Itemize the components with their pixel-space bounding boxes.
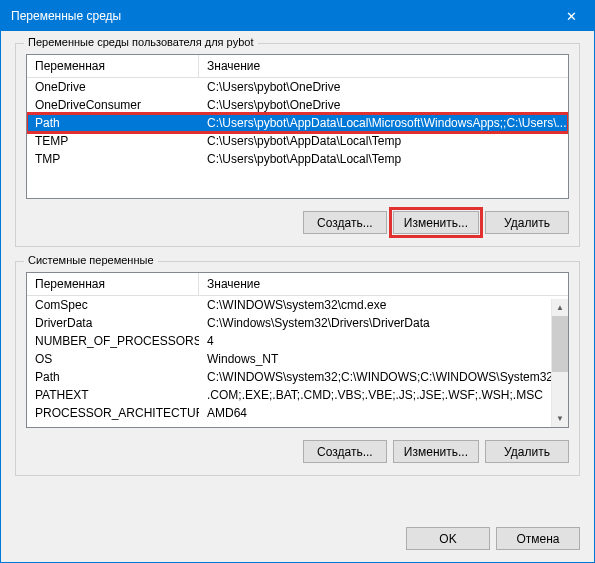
user-edit-button[interactable]: Изменить...: [393, 211, 479, 234]
cell-value: C:\Users\pybot\AppData\Local\Microsoft\W…: [199, 116, 568, 130]
user-new-button[interactable]: Создать...: [303, 211, 387, 234]
system-scrollbar[interactable]: ▲ ▼: [551, 299, 568, 427]
scrollbar-down-icon[interactable]: ▼: [552, 410, 568, 427]
cell-value: C:\Users\pybot\AppData\Local\Temp: [199, 152, 568, 166]
window-title: Переменные среды: [11, 9, 549, 23]
cell-name: PROCESSOR_ARCHITECTURE: [27, 406, 199, 420]
titlebar[interactable]: Переменные среды ✕: [1, 1, 594, 31]
table-row[interactable]: DriverDataC:\Windows\System32\Drivers\Dr…: [27, 314, 568, 332]
user-buttons: Создать... Изменить... Удалить: [26, 211, 569, 234]
cell-value: C:\Users\pybot\OneDrive: [199, 98, 568, 112]
table-row[interactable]: TEMPC:\Users\pybot\AppData\Local\Temp: [27, 132, 568, 150]
cell-name: OneDrive: [27, 80, 199, 94]
cell-name: OS: [27, 352, 199, 366]
cell-value: AMD64: [199, 406, 568, 420]
user-list-header[interactable]: Переменная Значение: [27, 55, 568, 78]
cell-value: C:\Users\pybot\OneDrive: [199, 80, 568, 94]
table-row[interactable]: PATHEXT.COM;.EXE;.BAT;.CMD;.VBS;.VBE;.JS…: [27, 386, 568, 404]
cell-value: C:\Users\pybot\AppData\Local\Temp: [199, 134, 568, 148]
system-group-label: Системные переменные: [24, 254, 158, 266]
user-list-body: OneDriveC:\Users\pybot\OneDriveOneDriveC…: [27, 78, 568, 168]
cell-value: C:\Windows\System32\Drivers\DriverData: [199, 316, 568, 330]
table-row[interactable]: PathC:\WINDOWS\system32;C:\WINDOWS;C:\WI…: [27, 368, 568, 386]
scrollbar-track[interactable]: [552, 316, 568, 410]
table-row[interactable]: OSWindows_NT: [27, 350, 568, 368]
scrollbar-up-icon[interactable]: ▲: [552, 299, 568, 316]
cell-name: Path: [27, 370, 199, 384]
scrollbar-thumb[interactable]: [552, 316, 568, 372]
system-variables-group: Системные переменные Переменная Значение…: [15, 261, 580, 476]
env-vars-dialog: Переменные среды ✕ Переменные среды поль…: [0, 0, 595, 563]
user-variables-group: Переменные среды пользователя для pybot …: [15, 43, 580, 247]
system-edit-button[interactable]: Изменить...: [393, 440, 479, 463]
cell-name: PATHEXT: [27, 388, 199, 402]
cell-name: DriverData: [27, 316, 199, 330]
table-row[interactable]: ComSpecC:\WINDOWS\system32\cmd.exe: [27, 296, 568, 314]
table-row[interactable]: NUMBER_OF_PROCESSORS4: [27, 332, 568, 350]
table-row[interactable]: OneDriveC:\Users\pybot\OneDrive: [27, 78, 568, 96]
content-area: Переменные среды пользователя для pybot …: [1, 31, 594, 521]
system-new-button[interactable]: Создать...: [303, 440, 387, 463]
user-col-name[interactable]: Переменная: [27, 55, 199, 77]
cell-value: 4: [199, 334, 568, 348]
system-col-name[interactable]: Переменная: [27, 273, 199, 295]
cell-name: NUMBER_OF_PROCESSORS: [27, 334, 199, 348]
dialog-buttons: OK Отмена: [1, 521, 594, 562]
cell-value: Windows_NT: [199, 352, 568, 366]
system-col-value[interactable]: Значение: [199, 273, 568, 295]
user-variables-list[interactable]: Переменная Значение OneDriveC:\Users\pyb…: [26, 54, 569, 199]
cell-name: TEMP: [27, 134, 199, 148]
system-buttons: Создать... Изменить... Удалить: [26, 440, 569, 463]
user-group-label: Переменные среды пользователя для pybot: [24, 36, 258, 48]
user-delete-button[interactable]: Удалить: [485, 211, 569, 234]
cell-name: ComSpec: [27, 298, 199, 312]
system-delete-button[interactable]: Удалить: [485, 440, 569, 463]
cell-name: TMP: [27, 152, 199, 166]
table-row[interactable]: PathC:\Users\pybot\AppData\Local\Microso…: [27, 114, 568, 132]
ok-button[interactable]: OK: [406, 527, 490, 550]
table-row[interactable]: TMPC:\Users\pybot\AppData\Local\Temp: [27, 150, 568, 168]
cell-value: C:\WINDOWS\system32;C:\WINDOWS;C:\WINDOW…: [199, 370, 568, 384]
system-variables-list[interactable]: Переменная Значение ComSpecC:\WINDOWS\sy…: [26, 272, 569, 428]
cancel-button[interactable]: Отмена: [496, 527, 580, 550]
system-list-header[interactable]: Переменная Значение: [27, 273, 568, 296]
cell-value: C:\WINDOWS\system32\cmd.exe: [199, 298, 568, 312]
cell-name: OneDriveConsumer: [27, 98, 199, 112]
table-row[interactable]: OneDriveConsumerC:\Users\pybot\OneDrive: [27, 96, 568, 114]
cell-value: .COM;.EXE;.BAT;.CMD;.VBS;.VBE;.JS;.JSE;.…: [199, 388, 568, 402]
system-list-body: ComSpecC:\WINDOWS\system32\cmd.exeDriver…: [27, 296, 568, 422]
table-row[interactable]: PROCESSOR_ARCHITECTUREAMD64: [27, 404, 568, 422]
close-button[interactable]: ✕: [549, 1, 594, 31]
close-icon: ✕: [566, 9, 577, 24]
user-col-value[interactable]: Значение: [199, 55, 568, 77]
cell-name: Path: [27, 116, 199, 130]
